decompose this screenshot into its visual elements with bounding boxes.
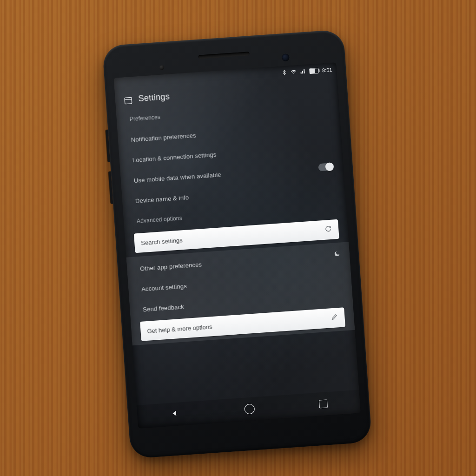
front-camera (282, 53, 290, 61)
screen-title: Settings (138, 92, 170, 104)
list-item-label: Send feedback (143, 303, 185, 313)
list-item-label: Use mobile data when available (133, 171, 221, 184)
edit-icon[interactable] (331, 313, 338, 323)
settings-icon (123, 95, 133, 103)
proximity-sensor (159, 65, 165, 70)
list-item-label: Other app preferences (140, 261, 202, 272)
settings-list[interactable]: Preferences Notification preferences Loc… (116, 93, 359, 405)
secondary-section: Other app preferences Account settings S… (126, 242, 355, 345)
recents-button[interactable] (319, 399, 328, 408)
refresh-icon[interactable] (324, 225, 332, 235)
svg-rect-0 (125, 97, 132, 104)
back-button[interactable] (169, 408, 180, 421)
battery-icon (309, 68, 319, 74)
list-item-label: Location & connection settings (132, 151, 216, 164)
bluetooth-icon (281, 70, 287, 77)
moon-icon (334, 251, 341, 259)
signal-icon (300, 68, 306, 75)
search-placeholder: Search settings (141, 237, 183, 246)
phone-device: 8:51 Settings Preferences Notification p… (102, 29, 372, 459)
list-item-label: Account settings (141, 282, 187, 292)
list-item-label: Advanced options (137, 215, 183, 225)
status-time: 8:51 (322, 67, 332, 73)
list-item-label: Device name & info (135, 194, 189, 205)
earpiece (198, 52, 249, 59)
wifi-icon (291, 69, 297, 76)
list-item-label: Preferences (129, 114, 160, 123)
home-button[interactable] (244, 403, 255, 414)
phone-screen: 8:51 Settings Preferences Notification p… (113, 62, 361, 429)
list-item-label: Notification preferences (131, 132, 196, 143)
toggle-switch[interactable] (318, 163, 334, 171)
action-label: Get help & more options (147, 323, 212, 335)
